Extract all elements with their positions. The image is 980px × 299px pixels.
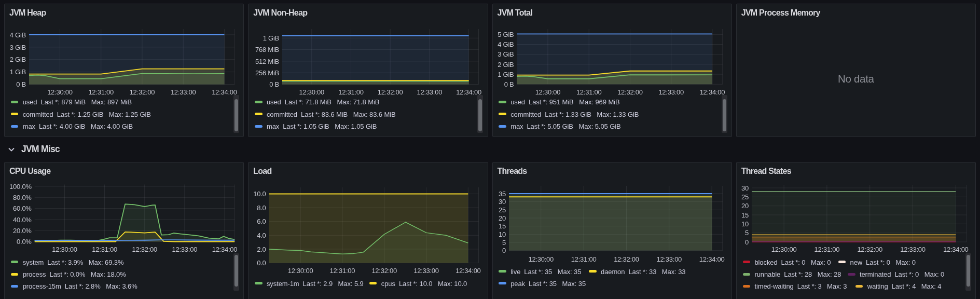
svg-text:0 B: 0 B	[504, 80, 514, 88]
svg-text:12:31:00: 12:31:00	[338, 88, 364, 96]
svg-text:12:31:00: 12:31:00	[815, 246, 840, 253]
svg-text:12:34:00: 12:34:00	[699, 255, 725, 263]
svg-text:committed Last *: 1.25 GiB: committed Last *: 1.25 GiB Max: 1.25 GiB	[23, 111, 151, 118]
svg-text:12:34:00: 12:34:00	[212, 88, 237, 96]
svg-text:JVM Total: JVM Total	[498, 8, 533, 17]
svg-text:daemon Last *: 33 Max: 33: daemon Last *: 33 Max: 33	[601, 268, 685, 276]
svg-text:20: 20	[499, 214, 506, 222]
svg-text:60.0%: 60.0%	[13, 205, 32, 212]
svg-text:10: 10	[499, 230, 506, 238]
svg-text:25: 25	[499, 206, 506, 214]
svg-text:15: 15	[499, 222, 506, 230]
svg-text:3 GiB: 3 GiB	[10, 44, 26, 51]
svg-text:12:33:00: 12:33:00	[172, 246, 198, 253]
svg-text:4 GiB: 4 GiB	[498, 40, 514, 48]
svg-text:0.0: 0.0	[257, 259, 266, 267]
svg-text:768 MiB: 768 MiB	[255, 46, 279, 53]
svg-text:3 GiB: 3 GiB	[498, 50, 514, 58]
svg-text:12:30:00: 12:30:00	[535, 88, 561, 96]
svg-text:12:32:00: 12:32:00	[371, 267, 397, 275]
svg-text:system Last *: 3.9% Max: 69: system Last *: 3.9% Max: 69.3%	[23, 259, 124, 266]
svg-text:0: 0	[502, 247, 506, 254]
svg-text:Thread States: Thread States	[741, 167, 792, 175]
svg-text:6.0: 6.0	[257, 218, 266, 225]
svg-text:used Last *: 879 MiB Max: 8: used Last *: 879 MiB Max: 897 MiB	[23, 98, 132, 106]
svg-text:4 GiB: 4 GiB	[10, 31, 26, 39]
svg-text:max Last *: 1.05 GiB Max: 1: max Last *: 1.05 GiB Max: 1.05 GiB	[267, 123, 377, 130]
svg-text:12:32:00: 12:32:00	[132, 246, 157, 253]
svg-text:12:31:00: 12:31:00	[571, 255, 597, 263]
svg-text:12:33:00: 12:33:00	[413, 267, 439, 275]
svg-text:Threads: Threads	[498, 167, 528, 175]
svg-text:1 GiB: 1 GiB	[498, 71, 514, 78]
svg-text:12:32:00: 12:32:00	[857, 246, 882, 253]
svg-text:0.0%: 0.0%	[17, 238, 32, 246]
svg-text:committed Last *: 83.6 MiB: committed Last *: 83.6 MiB Max: 83.6 MiB	[267, 111, 396, 118]
svg-text:10.0: 10.0	[253, 190, 266, 198]
svg-text:max Last *: 4.00 GiB Max: 4: max Last *: 4.00 GiB Max: 4.00 GiB	[23, 123, 133, 130]
svg-text:2.0: 2.0	[257, 246, 266, 253]
svg-text:25: 25	[741, 193, 749, 201]
svg-text:12:34:00: 12:34:00	[212, 246, 238, 253]
svg-text:blocked Last *: 0 Max: 0: blocked Last *: 0 Max: 0	[754, 259, 831, 266]
svg-text:4.0: 4.0	[257, 232, 266, 239]
svg-text:committed Last *: 1.33 GiB: committed Last *: 1.33 GiB Max: 1.33 GiB	[510, 111, 639, 118]
svg-text:terminated Last *: 0 Max: 0: terminated Last *: 0 Max: 0	[860, 270, 944, 278]
svg-text:12:32:00: 12:32:00	[130, 88, 155, 96]
svg-text:12:32:00: 12:32:00	[617, 88, 643, 96]
svg-text:12:33:00: 12:33:00	[417, 88, 443, 96]
svg-text:12:34:00: 12:34:00	[943, 246, 969, 253]
svg-text:12:31:00: 12:31:00	[576, 88, 602, 96]
svg-text:12:30:00: 12:30:00	[771, 246, 797, 253]
svg-text:timed-waiting Last *: 3 Max: timed-waiting Last *: 3 Max: 3	[754, 282, 847, 290]
svg-text:No data: No data	[838, 73, 875, 85]
svg-text:12:31:00: 12:31:00	[92, 246, 117, 253]
svg-text:10: 10	[741, 220, 749, 228]
svg-text:12:33:00: 12:33:00	[171, 88, 196, 96]
svg-text:waiting Last *: 4 Max: 4: waiting Last *: 4 Max: 4	[867, 282, 942, 290]
svg-text:5: 5	[745, 229, 749, 237]
svg-text:max Last *: 5.05 GiB Max: 5: max Last *: 5.05 GiB Max: 5.05 GiB	[510, 123, 620, 130]
svg-text:5 GiB: 5 GiB	[498, 31, 514, 38]
svg-text:system-1m Last *: 2.9 Max:: system-1m Last *: 2.9 Max: 5.9	[267, 280, 364, 288]
svg-text:JVM Heap: JVM Heap	[9, 8, 46, 17]
svg-text:12:31:00: 12:31:00	[330, 267, 355, 275]
svg-text:12:33:00: 12:33:00	[658, 88, 684, 96]
svg-text:12:30:00: 12:30:00	[47, 88, 73, 96]
svg-text:8.0: 8.0	[257, 204, 266, 212]
svg-text:runnable Last *: 28 Max: 28: runnable Last *: 28 Max: 28	[754, 270, 841, 278]
svg-text:CPU Usage: CPU Usage	[9, 167, 51, 175]
svg-text:process Last *: 0.0% Max: 1: process Last *: 0.0% Max: 18.0%	[23, 270, 126, 278]
svg-text:2 GiB: 2 GiB	[10, 56, 26, 63]
svg-text:20.0%: 20.0%	[13, 227, 32, 235]
svg-text:new Last *: 0 Max: 0: new Last *: 0 Max: 0	[850, 259, 916, 266]
svg-text:40.0%: 40.0%	[13, 216, 32, 224]
svg-text:1 GiB: 1 GiB	[263, 34, 279, 42]
svg-text:peak Last *: 35 Max: 35: peak Last *: 35 Max: 35	[510, 280, 586, 288]
svg-text:0 B: 0 B	[16, 80, 26, 88]
svg-text:12:31:00: 12:31:00	[88, 88, 114, 96]
svg-text:5: 5	[502, 239, 506, 247]
svg-text:12:30:00: 12:30:00	[52, 246, 77, 253]
svg-text:30: 30	[499, 198, 506, 206]
svg-text:512 MiB: 512 MiB	[255, 58, 279, 65]
svg-text:12:34:00: 12:34:00	[700, 88, 725, 96]
svg-text:live Last *: 35 Max: 35: live Last *: 35 Max: 35	[510, 268, 581, 276]
svg-text:12:30:00: 12:30:00	[528, 255, 554, 263]
svg-text:35: 35	[499, 190, 506, 198]
svg-text:2 GiB: 2 GiB	[498, 61, 514, 69]
svg-text:12:32:00: 12:32:00	[614, 255, 639, 263]
svg-text:12:33:00: 12:33:00	[900, 246, 926, 253]
svg-text:JVM Non-Heap: JVM Non-Heap	[253, 8, 308, 17]
svg-text:12:30:00: 12:30:00	[299, 88, 324, 96]
svg-text:Load: Load	[253, 167, 271, 175]
svg-text:0: 0	[745, 238, 749, 246]
svg-text:80.0%: 80.0%	[13, 194, 32, 201]
svg-text:0 B: 0 B	[269, 80, 279, 88]
svg-text:JVM Process Memory: JVM Process Memory	[741, 8, 821, 17]
svg-text:12:30:00: 12:30:00	[288, 267, 313, 275]
svg-text:process-15m Last *: 2.8% Ma: process-15m Last *: 2.8% Max: 3.6%	[23, 282, 138, 290]
svg-text:256 MiB: 256 MiB	[255, 69, 279, 77]
svg-text:30: 30	[741, 184, 749, 192]
svg-text:JVM Misc: JVM Misc	[21, 144, 60, 154]
